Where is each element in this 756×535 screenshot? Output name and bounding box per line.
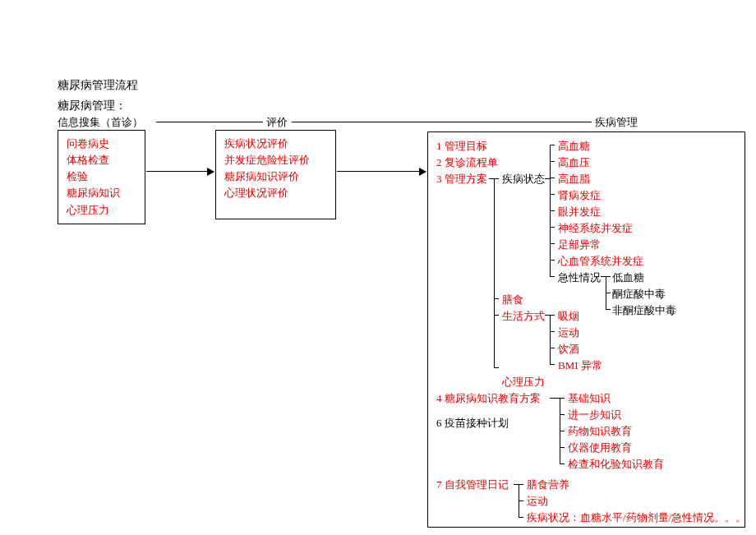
state-6: 足部异常	[558, 238, 601, 252]
tick-edu-0	[560, 398, 565, 399]
edu-1: 进一步知识	[568, 408, 621, 422]
section-label-collect: 信息搜集（首诊）	[58, 115, 143, 130]
rule-1	[156, 122, 263, 122]
life-3: BMI 异常	[558, 358, 602, 373]
acute-1: 酮症酸中毒	[612, 287, 666, 302]
tick-life-2	[550, 348, 555, 348]
bracket-life	[550, 315, 551, 364]
mg-edu: 4 糖尿病知识教育方案	[436, 391, 541, 406]
page-subtitle: 糖尿病管理：	[58, 99, 127, 113]
arrow-1	[146, 171, 214, 172]
tick-state-6	[550, 243, 555, 244]
acute-0: 低血糖	[612, 270, 644, 285]
state-7: 心血管系统并发症	[558, 254, 643, 269]
state-2: 高血脂	[558, 172, 590, 187]
diary-0: 膳食营养	[527, 477, 569, 492]
tick-plan-psych	[494, 367, 499, 368]
acute-label: 急性情况	[558, 270, 601, 285]
tick-state-0	[550, 145, 555, 145]
tick-state-8	[550, 276, 555, 277]
collect-item-0: 问卷病史	[67, 136, 136, 152]
tick-state-7	[550, 260, 555, 261]
tick-diary-1	[519, 500, 523, 501]
diet-label: 膳食	[502, 293, 523, 307]
tick-state-2	[550, 178, 555, 178]
tick-acute-0	[606, 276, 611, 277]
state-0: 高血糖	[558, 139, 590, 154]
section-label-eval: 评价	[266, 115, 288, 130]
tick-plan-top-r	[494, 178, 499, 179]
tick-acute-1	[606, 293, 611, 293]
edu-0: 基础知识	[568, 391, 611, 406]
edu-4: 检查和化验知识教育	[568, 457, 664, 472]
life-2: 饮酒	[558, 342, 579, 357]
rule-2	[292, 122, 592, 122]
bracket-plan	[494, 178, 495, 367]
mg-diary: 7 自我管理日记	[436, 477, 509, 492]
tick-edu-2	[560, 431, 565, 431]
section-label-manage: 疾病管理	[595, 115, 638, 130]
tick-life-1	[550, 331, 555, 332]
box-collect: 问卷病史 体格检查 检验 糖尿病知识 心理压力	[58, 130, 145, 224]
state-3: 肾病发症	[558, 188, 601, 203]
tick-edu-4	[560, 464, 565, 464]
life-0: 吸烟	[558, 309, 579, 324]
mg-goal: 1 管理目标	[436, 139, 487, 154]
eval-item-2: 糖尿病知识评价	[224, 168, 327, 185]
diary-1: 运动	[527, 494, 548, 509]
tick-life-0	[550, 315, 555, 316]
mg-followup: 2 复诊流程单	[436, 155, 498, 170]
tick-state-5	[550, 227, 555, 228]
life-1: 运动	[558, 325, 579, 340]
collect-item-3: 糖尿病知识	[67, 185, 136, 201]
eval-item-3: 心理状况评价	[224, 185, 327, 201]
mg-plan: 3 管理方案	[436, 172, 487, 187]
tick-state-left	[545, 178, 550, 179]
collect-item-4: 心理压力	[67, 202, 136, 219]
tick-state-4	[550, 210, 555, 211]
state-4: 眼并发症	[558, 205, 601, 219]
psych-label: 心理压力	[502, 375, 545, 390]
collect-item-2: 检验	[67, 168, 136, 185]
acute-2: 非酮症酸中毒	[612, 303, 676, 318]
box-eval: 疾病状况评价 并发症危险性评价 糖尿病知识评价 心理状况评价	[215, 130, 336, 219]
edu-3: 仪器使用教育	[568, 440, 632, 455]
diary-2: 疾病状况：血糖水平/药物剂量/急性情况。。。	[527, 510, 746, 525]
tick-diary-0	[519, 484, 523, 485]
tick-acute-2	[606, 309, 611, 310]
state-5: 神经系统并发症	[558, 221, 633, 236]
tick-edu-1	[560, 414, 565, 415]
state-1: 高血压	[558, 155, 590, 170]
tick-plan-life	[494, 315, 499, 316]
tick-plan-diet	[494, 298, 499, 299]
collect-item-1: 体格检查	[67, 152, 136, 168]
page-title: 糖尿病管理流程	[58, 78, 138, 93]
lifestyle-label: 生活方式	[502, 309, 545, 324]
mg-state-label: 疾病状态	[502, 172, 545, 187]
tick-life-3	[550, 364, 555, 365]
box-manage: 1 管理目标 2 复诊流程单 3 管理方案 疾病状态 高血糖 高血压 高血脂 肾…	[427, 131, 745, 528]
arrow-2	[337, 171, 426, 172]
tick-diary-2	[519, 517, 523, 518]
mg-vaccine: 6 疫苗接种计划	[436, 416, 509, 431]
eval-item-0: 疾病状况评价	[224, 136, 327, 152]
eval-item-1: 并发症危险性评价	[224, 152, 327, 168]
tick-state-1	[550, 161, 555, 162]
tick-state-3	[550, 194, 555, 195]
tick-edu-line	[550, 398, 560, 399]
edu-2: 药物知识教育	[568, 424, 632, 439]
tick-edu-3	[560, 447, 565, 448]
